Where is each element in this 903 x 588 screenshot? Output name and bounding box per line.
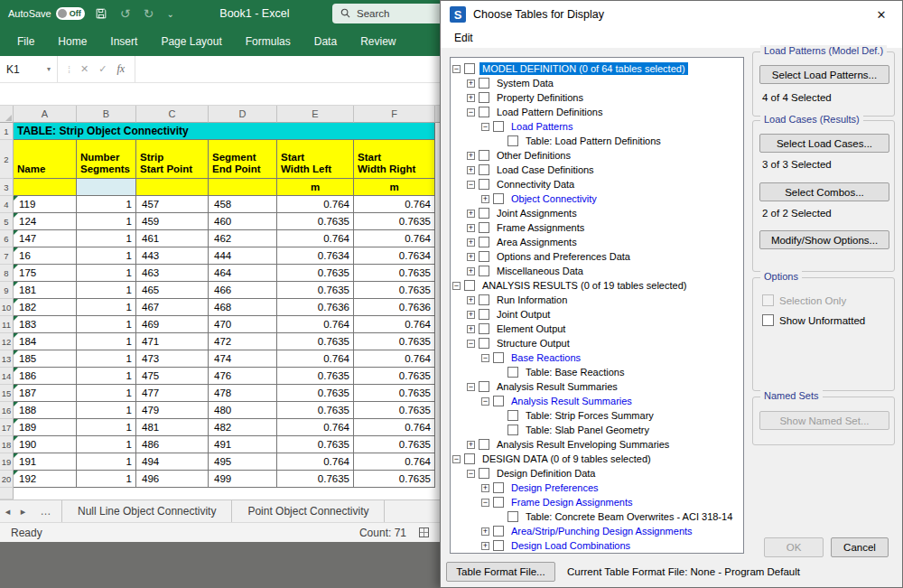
expander-plus-icon[interactable]: + [467, 166, 475, 174]
cell-c9[interactable]: 465 [136, 282, 209, 299]
cell-d12[interactable]: 472 [209, 333, 277, 350]
tree-checkbox[interactable] [464, 280, 475, 291]
tree-checkbox[interactable] [479, 78, 489, 89]
formula-cancel-icon[interactable]: ✕ [80, 63, 88, 75]
tree-checkbox[interactable] [479, 208, 489, 219]
tree-label[interactable]: Analysis Result Summaries [494, 380, 620, 393]
row-header-21[interactable] [0, 488, 14, 499]
tree-checkbox[interactable] [464, 453, 475, 464]
cell-d9[interactable]: 466 [209, 282, 277, 299]
qat-chevron-icon[interactable]: ⌄ [164, 9, 177, 19]
expander-plus-icon[interactable]: + [467, 224, 475, 232]
cell-d19[interactable]: 495 [209, 453, 277, 471]
cell-b10[interactable]: 1 [77, 299, 136, 316]
tree-checkbox[interactable] [507, 367, 518, 378]
insert-function-icon[interactable]: fx [117, 62, 126, 76]
tree-checkbox[interactable] [493, 396, 504, 406]
expander-plus-icon[interactable]: + [467, 441, 475, 449]
cell-e17[interactable]: 0.764 [277, 419, 354, 436]
column-header-f[interactable]: F [354, 106, 435, 123]
autosave-control[interactable]: AutoSave Off [8, 7, 85, 20]
tree-label[interactable]: Design Definition Data [494, 467, 598, 480]
tree-label[interactable]: ANALYSIS RESULTS (0 of 19 tables selecte… [479, 279, 689, 292]
expander-plus-icon[interactable]: + [467, 296, 475, 304]
tree-label[interactable]: DESIGN DATA (0 of 9 tables selected) [479, 453, 654, 465]
tree-checkbox[interactable] [479, 222, 489, 233]
cell-f14[interactable]: 0.7635 [354, 368, 435, 385]
expander-plus-icon[interactable]: + [467, 152, 475, 160]
tree-item-structure-output[interactable]: −Structure Output [452, 336, 741, 350]
sheet-nav-right-icon[interactable]: ▸ [15, 500, 31, 522]
tree-item-property-definitions[interactable]: +Property Definitions [452, 90, 741, 105]
tree-checkbox[interactable] [507, 410, 518, 421]
cell-a19[interactable]: 191 [14, 453, 77, 471]
cell-a10[interactable]: 182 [14, 299, 77, 316]
cell-f5[interactable]: 0.7635 [354, 213, 435, 230]
cell-e20[interactable]: 0.7635 [277, 471, 354, 488]
cell-e6[interactable]: 0.764 [277, 230, 354, 247]
cell-d10[interactable]: 468 [209, 299, 277, 316]
sheet-tab-point-object-connectivity[interactable]: Point Object Connectivity [232, 500, 385, 522]
expander-plus-icon[interactable]: + [467, 79, 475, 88]
show-unformatted-checkbox[interactable]: Show Unformatted [762, 314, 865, 326]
cell-a16[interactable]: 188 [14, 402, 77, 419]
cell-f18[interactable]: 0.7635 [354, 436, 435, 453]
expander-minus-icon[interactable]: − [452, 282, 461, 290]
cell-b7[interactable]: 1 [77, 247, 136, 265]
cell-d13[interactable]: 474 [209, 350, 277, 368]
expander-plus-icon[interactable]: + [467, 238, 475, 247]
expander-minus-icon[interactable]: − [467, 383, 475, 391]
cell-f2[interactable]: Start Width Right [354, 140, 435, 179]
tree-item-other-definitions[interactable]: +Other Definitions [452, 148, 741, 163]
cell-f11[interactable]: 0.764 [354, 316, 435, 333]
tree-label[interactable]: Load Pattern Definitions [494, 106, 605, 118]
tree-label[interactable]: Table: Slab Panel Geometry [523, 424, 652, 436]
cell-d14[interactable]: 476 [209, 368, 277, 385]
cell-f4[interactable]: 0.764 [354, 196, 435, 213]
cell-c18[interactable]: 486 [136, 436, 209, 453]
tree-item-load-case-definitions[interactable]: +Load Case Definitions [452, 163, 741, 177]
row-header-1[interactable]: 1 [0, 123, 14, 140]
cell-e9[interactable]: 0.7635 [277, 282, 354, 299]
cell-e10[interactable]: 0.7636 [277, 299, 354, 316]
cell-a13[interactable]: 185 [14, 350, 77, 368]
row-header-10[interactable]: 10 [0, 299, 14, 316]
cell-c7[interactable]: 443 [136, 247, 209, 265]
cell-d11[interactable]: 470 [209, 316, 277, 333]
row-header-6[interactable]: 6 [0, 230, 14, 247]
tree-item-model-definition-0-of-64-tables-selected[interactable]: −MODEL DEFINITION (0 of 64 tables select… [452, 61, 741, 76]
row-header-12[interactable]: 12 [0, 333, 14, 350]
tree-checkbox[interactable] [493, 497, 504, 508]
tree-label[interactable]: Design Preferences [508, 481, 601, 494]
tree-checkbox[interactable] [479, 92, 489, 103]
cell-a2[interactable]: Name [14, 140, 77, 179]
table-format-file-button[interactable]: Table Format File... [446, 562, 555, 582]
tree-item-connectivity-data[interactable]: −Connectivity Data [452, 177, 741, 191]
expander-minus-icon[interactable]: − [467, 108, 475, 117]
cell-c17[interactable]: 481 [136, 419, 209, 436]
ribbon-tab-file[interactable]: File [5, 27, 46, 56]
column-header-b[interactable]: B [77, 106, 136, 123]
tree-checkbox[interactable] [479, 107, 489, 117]
tree-checkbox[interactable] [464, 63, 475, 74]
tree-label[interactable]: Area Assignments [494, 236, 580, 248]
tree-item-analysis-result-summaries[interactable]: −Analysis Result Summaries [452, 379, 741, 394]
cell-f20[interactable]: 0.7635 [354, 471, 435, 488]
tree-checkbox[interactable] [493, 540, 504, 551]
formula-input[interactable] [135, 56, 440, 82]
expander-plus-icon[interactable]: + [467, 325, 475, 333]
tree-item-design-definition-data[interactable]: −Design Definition Data [452, 466, 741, 481]
cell-a5[interactable]: 124 [14, 213, 77, 230]
tree-item-analysis-result-summaries[interactable]: −Analysis Result Summaries [452, 394, 741, 408]
tree-label[interactable]: Connectivity Data [494, 178, 577, 191]
tree-label[interactable]: System Data [494, 77, 556, 89]
expander-plus-icon[interactable]: + [481, 542, 489, 550]
tree-item-options-and-preferences-data[interactable]: +Options and Preferences Data [452, 249, 741, 264]
cell-c8[interactable]: 463 [136, 265, 209, 282]
expander-plus-icon[interactable]: + [467, 253, 475, 261]
tree-label[interactable]: Area/Strip/Punching Design Assignments [508, 525, 695, 537]
expander-minus-icon[interactable]: − [452, 455, 461, 463]
tree-item-design-preferences[interactable]: +Design Preferences [452, 481, 741, 495]
grid-view-icon[interactable] [419, 527, 429, 537]
expander-plus-icon[interactable]: + [467, 267, 475, 275]
